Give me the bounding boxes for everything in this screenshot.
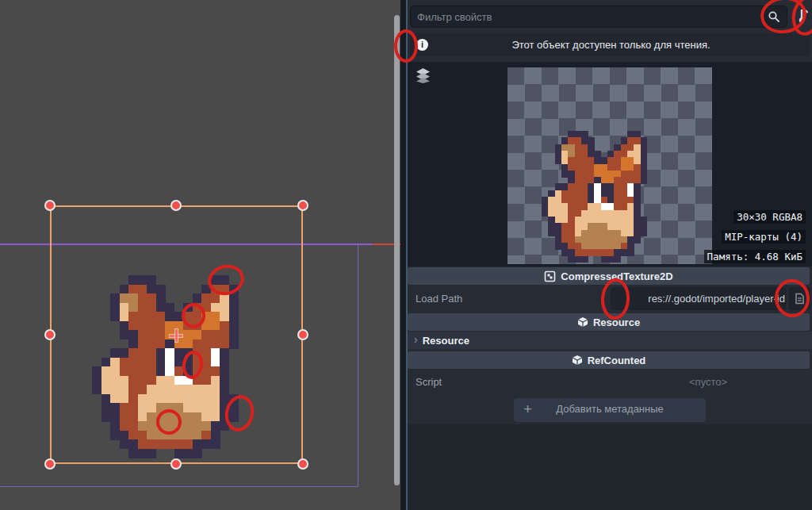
cube-icon [577, 316, 588, 328]
add-metadata-label: Добавить метаданные [514, 403, 706, 415]
texture-memory: Память: 4.68 КиБ [704, 250, 806, 263]
selection-handle[interactable] [44, 200, 56, 211]
resource-group-label: Resource [423, 335, 469, 347]
category-compressedtexture2d: CompressedTexture2D [408, 267, 810, 285]
filter-properties-input[interactable]: Фильтр свойств [410, 6, 787, 28]
filter-placeholder: Фильтр свойств [411, 11, 768, 23]
canvas-rect-bottom-edge [0, 486, 358, 487]
resource-group-row[interactable]: › Resource [408, 332, 812, 349]
selection-handle[interactable] [170, 200, 182, 211]
category-label: RefCounted [588, 355, 646, 366]
add-metadata-button[interactable]: + Добавить метаданные [514, 398, 706, 422]
chevron-right-icon: › [408, 333, 423, 347]
readonly-banner-text: Этот объект доступен только для чтения. [428, 39, 810, 51]
category-refcounted: RefCounted [408, 351, 810, 369]
load-path-row: Load Path res://.godot/imported/player-i… [408, 286, 812, 312]
texture-info: 30×30 RGBA8 MIP-карты (4) Память: 4.68 К… [704, 204, 806, 263]
search-icon [768, 10, 780, 23]
texture-preview-row: 30×30 RGBA8 MIP-карты (4) Память: 4.68 К… [408, 62, 812, 267]
script-value[interactable]: <пусто> [689, 376, 727, 388]
category-label: Resource [593, 316, 640, 328]
selection-handle[interactable] [297, 200, 308, 211]
script-label: Script [408, 376, 442, 388]
selection-handle[interactable] [170, 458, 182, 470]
load-path-action-button[interactable] [787, 287, 810, 310]
cube-icon [572, 355, 583, 366]
texture-size-format: 30×30 RGBA8 [733, 210, 806, 224]
selection-handle[interactable] [44, 329, 56, 340]
texture-mipmaps: MIP-карты (4) [722, 230, 806, 243]
info-icon: i [416, 39, 428, 51]
texture-file-icon [544, 270, 556, 282]
godot-editor: Фильтр свойств i Этот объект доступен то… [0, 0, 812, 510]
file-icon [794, 293, 805, 305]
viewport-vertical-scrollbar[interactable] [394, 15, 400, 485]
selection-handle[interactable] [297, 329, 308, 340]
canvas-rect-right-edge [358, 244, 358, 486]
readonly-banner: i Этот объект доступен только для чтения… [410, 33, 810, 56]
2d-viewport[interactable] [0, 0, 400, 510]
layers-icon [415, 67, 431, 84]
load-path-label: Load Path [408, 293, 462, 305]
category-resource: Resource [408, 313, 810, 331]
load-path-value[interactable]: res://.godot/imported/player-id [611, 287, 787, 310]
transparency-checkerboard [508, 67, 712, 264]
inspector-empty-area [408, 424, 812, 510]
inspector-dock: Фильтр свойств i Этот объект доступен то… [408, 0, 812, 510]
inspector-tools-icon[interactable] [794, 8, 810, 25]
selection-handle[interactable] [297, 458, 308, 470]
selection-handle[interactable] [44, 458, 56, 470]
script-row: Script <пусто> [408, 370, 812, 394]
category-label: CompressedTexture2D [561, 270, 672, 282]
